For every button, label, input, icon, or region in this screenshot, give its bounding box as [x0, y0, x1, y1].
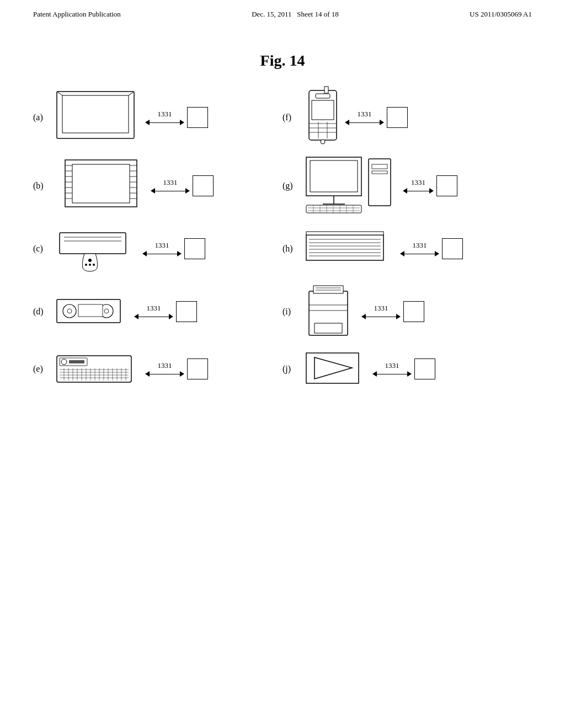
device-container-f: 1331: [303, 86, 532, 149]
panel-g: (g): [282, 154, 532, 217]
node-a: [187, 107, 208, 128]
device-container-g: 1331: [303, 154, 532, 217]
label-e: (e): [33, 364, 49, 374]
svg-rect-74: [315, 323, 342, 333]
ref-num-f: 1331: [358, 110, 372, 119]
ref-num-g: 1331: [411, 178, 425, 187]
ref-num-b: 1331: [163, 178, 178, 187]
arrow-b: 1331: [151, 178, 190, 194]
node-j: [414, 358, 435, 379]
svg-rect-7: [312, 100, 334, 120]
row-5: (e): [33, 349, 532, 389]
device-d-cdplayer: [54, 291, 131, 332]
node-b: [193, 175, 214, 196]
device-container-d: 1331: [54, 291, 282, 332]
ref-num-a: 1331: [158, 110, 172, 119]
device-e-speaker: [54, 350, 142, 388]
device-container-a: 1331: [54, 89, 282, 146]
arrow-e: 1331: [145, 361, 184, 377]
arrow-line-i: [361, 314, 401, 319]
svg-point-77: [61, 359, 67, 365]
arrow-line-a: [145, 120, 184, 125]
arrow-d: 1331: [134, 304, 173, 319]
device-j-media: [303, 349, 370, 389]
device-container-c: 1331: [54, 223, 282, 275]
svg-rect-69: [313, 286, 343, 293]
arrow-line-c: [142, 251, 182, 256]
node-h: [442, 238, 463, 259]
svg-point-64: [67, 309, 72, 313]
panel-b: (b): [33, 157, 282, 215]
svg-rect-46: [372, 171, 387, 174]
arrow-line-b: [151, 188, 190, 194]
device-container-b: 1331: [54, 157, 282, 215]
ref-num-h: 1331: [413, 241, 427, 250]
panel-i: (i): [282, 280, 532, 343]
ref-num-e: 1331: [158, 361, 172, 370]
svg-rect-1: [62, 95, 129, 133]
device-f-phone: [303, 86, 342, 149]
svg-rect-67: [78, 304, 103, 317]
svg-point-13: [321, 140, 325, 144]
arrow-line-j: [372, 371, 412, 377]
arrow-a: 1331: [145, 110, 184, 125]
svg-rect-54: [306, 235, 383, 260]
svg-rect-47: [60, 233, 126, 254]
svg-point-53: [93, 264, 95, 266]
header-left: Patent Application Publication: [33, 10, 121, 19]
svg-point-66: [104, 309, 109, 313]
panel-e: (e): [33, 350, 282, 388]
svg-point-50: [88, 259, 92, 262]
node-g: [436, 175, 457, 196]
arrow-line-d: [134, 314, 173, 319]
device-container-j: 1331: [303, 349, 532, 389]
svg-rect-6: [316, 94, 330, 98]
label-a: (a): [33, 113, 49, 122]
node-i: [403, 301, 424, 322]
arrow-line-e: [145, 371, 184, 377]
arrow-g: 1331: [403, 178, 434, 194]
panel-d: (d): [33, 291, 282, 332]
device-g-desktop: [303, 154, 400, 217]
arrow-j: 1331: [372, 361, 412, 377]
arrow-line-h: [400, 251, 439, 256]
svg-rect-5: [324, 87, 328, 93]
label-d: (d): [33, 307, 49, 317]
svg-rect-45: [372, 164, 387, 169]
device-i-printer: [303, 280, 359, 343]
node-c: [184, 238, 205, 259]
svg-rect-15: [72, 164, 130, 203]
label-g: (g): [282, 181, 298, 191]
row-1: (a) 1331: [33, 86, 532, 149]
node-e: [187, 358, 208, 379]
header-right: US 2011/0305069 A1: [470, 10, 532, 19]
device-container-e: 1331: [54, 350, 282, 388]
label-h: (h): [282, 244, 298, 254]
label-i: (i): [282, 307, 298, 317]
header-center: Dec. 15, 2011 Sheet 14 of 18: [252, 10, 339, 19]
row-3: (c): [33, 223, 532, 275]
ref-num-d: 1331: [147, 304, 161, 313]
panel-c: (c): [33, 223, 282, 275]
arrow-h: 1331: [400, 241, 439, 256]
arrow-f: 1331: [345, 110, 384, 125]
label-b: (b): [33, 181, 49, 191]
svg-rect-55: [306, 232, 383, 235]
ref-num-c: 1331: [155, 241, 169, 250]
page-header: Patent Application Publication Dec. 15, …: [0, 0, 565, 19]
ref-num-j: 1331: [385, 361, 399, 370]
svg-rect-78: [69, 360, 84, 363]
arrow-c: 1331: [142, 241, 182, 256]
svg-point-51: [85, 264, 87, 266]
device-container-i: 1331: [303, 280, 532, 343]
row-2: (b): [33, 154, 532, 217]
node-f: [387, 107, 408, 128]
panel-a: (a) 1331: [33, 89, 282, 146]
device-c-flatpanel: [54, 223, 140, 275]
arrow-line-f: [345, 120, 384, 125]
panel-f: (f): [282, 86, 532, 149]
arrow-line-g: [403, 188, 434, 194]
arrow-i: 1331: [361, 304, 401, 319]
svg-rect-31: [310, 160, 358, 192]
panel-j: (j) 1331: [282, 349, 532, 389]
